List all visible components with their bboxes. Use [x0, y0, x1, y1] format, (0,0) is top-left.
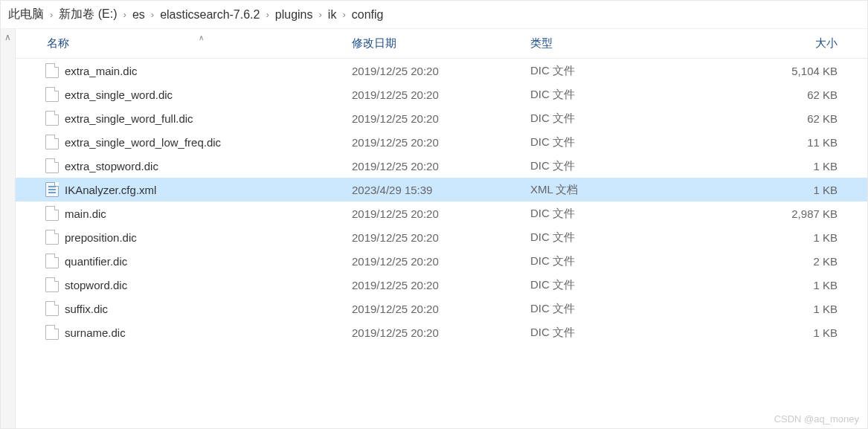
- file-type-cell: DIC 文件: [521, 273, 670, 297]
- file-type-cell: DIC 文件: [521, 201, 670, 225]
- file-name-cell[interactable]: surname.dic: [16, 320, 343, 344]
- file-name-cell[interactable]: extra_main.dic: [16, 59, 343, 83]
- file-name-cell[interactable]: main.dic: [16, 201, 343, 225]
- table-row[interactable]: quantifier.dic2019/12/25 20:20DIC 文件2 KB: [16, 249, 867, 273]
- file-name-cell[interactable]: extra_stopword.dic: [16, 154, 343, 178]
- column-header-type[interactable]: 类型: [521, 29, 670, 59]
- file-name-label: preposition.dic: [65, 231, 137, 244]
- table-row[interactable]: suffix.dic2019/12/25 20:20DIC 文件1 KB: [16, 297, 867, 320]
- table-header-row: 名称 ∧ 修改日期 类型 大小: [16, 29, 867, 59]
- file-date-cell: 2019/12/25 20:20: [343, 83, 521, 106]
- chevron-right-icon[interactable]: ›: [266, 9, 269, 20]
- file-date-cell: 2019/12/25 20:20: [343, 106, 521, 130]
- file-icon: [45, 63, 59, 78]
- chevron-right-icon[interactable]: ›: [151, 9, 154, 20]
- file-icon: [45, 135, 59, 149]
- file-name-label: stopword.dic: [65, 279, 127, 291]
- file-date-cell: 2019/12/25 20:20: [343, 273, 521, 297]
- file-name-cell[interactable]: suffix.dic: [16, 297, 343, 320]
- breadcrumb-item[interactable]: 新加卷 (E:): [59, 7, 117, 22]
- file-name-label: IKAnalyzer.cfg.xml: [65, 184, 156, 196]
- file-name-cell[interactable]: preposition.dic: [16, 225, 343, 249]
- file-size-cell: 1 KB: [670, 320, 867, 344]
- file-date-cell: 2019/12/25 20:20: [343, 249, 521, 273]
- file-icon: [45, 111, 59, 126]
- column-header-date[interactable]: 修改日期: [343, 29, 521, 59]
- file-icon: [45, 301, 59, 316]
- file-name-label: extra_single_word_low_freq.dic: [65, 136, 221, 149]
- breadcrumb-item[interactable]: config: [352, 8, 384, 22]
- column-label: 大小: [815, 36, 838, 49]
- file-name-label: extra_stopword.dic: [65, 160, 158, 172]
- file-name-cell[interactable]: stopword.dic: [16, 273, 343, 297]
- column-label: 类型: [530, 36, 553, 49]
- breadcrumb[interactable]: 此电脑›新加卷 (E:)›es›elasticsearch-7.6.2›plug…: [1, 1, 867, 29]
- file-date-cell: 2019/12/25 20:20: [343, 130, 521, 154]
- table-row[interactable]: extra_main.dic2019/12/25 20:20DIC 文件5,10…: [16, 59, 867, 83]
- table-row[interactable]: extra_stopword.dic2019/12/25 20:20DIC 文件…: [16, 154, 867, 178]
- file-icon: [45, 230, 59, 245]
- table-row[interactable]: extra_single_word_full.dic2019/12/25 20:…: [16, 106, 867, 130]
- table-row[interactable]: extra_single_word.dic2019/12/25 20:20DIC…: [16, 83, 867, 106]
- file-date-cell: 2019/12/25 20:20: [343, 59, 521, 83]
- file-name-cell[interactable]: extra_single_word.dic: [16, 83, 343, 106]
- file-name-label: suffix.dic: [65, 303, 108, 315]
- file-size-cell: 5,104 KB: [670, 59, 867, 83]
- table-row[interactable]: IKAnalyzer.cfg.xml2023/4/29 15:39XML 文档1…: [16, 178, 867, 201]
- table-row[interactable]: extra_single_word_low_freq.dic2019/12/25…: [16, 130, 867, 154]
- sort-indicator-icon: ∧: [199, 33, 204, 42]
- file-type-cell: XML 文档: [521, 178, 670, 201]
- file-type-cell: DIC 文件: [521, 320, 670, 344]
- breadcrumb-item[interactable]: 此电脑: [8, 7, 44, 22]
- file-date-cell: 2023/4/29 15:39: [343, 178, 521, 201]
- left-gutter: ∧: [1, 29, 16, 428]
- file-size-cell: 1 KB: [670, 154, 867, 178]
- file-name-cell[interactable]: extra_single_word_low_freq.dic: [16, 130, 343, 154]
- file-icon: [45, 87, 59, 102]
- xml-file-icon: [45, 182, 59, 197]
- file-icon: [45, 254, 59, 268]
- file-name-cell[interactable]: quantifier.dic: [16, 249, 343, 273]
- table-row[interactable]: main.dic2019/12/25 20:20DIC 文件2,987 KB: [16, 201, 867, 225]
- file-name-label: extra_main.dic: [65, 65, 138, 77]
- breadcrumb-item[interactable]: elasticsearch-7.6.2: [160, 8, 260, 22]
- column-header-name[interactable]: 名称 ∧: [16, 29, 343, 59]
- file-date-cell: 2019/12/25 20:20: [343, 320, 521, 344]
- file-size-cell: 1 KB: [670, 225, 867, 249]
- chevron-right-icon[interactable]: ›: [319, 9, 322, 20]
- column-label: 修改日期: [352, 36, 396, 49]
- table-row[interactable]: preposition.dic2019/12/25 20:20DIC 文件1 K…: [16, 225, 867, 249]
- chevron-right-icon[interactable]: ›: [123, 9, 126, 20]
- file-size-cell: 62 KB: [670, 106, 867, 130]
- file-type-cell: DIC 文件: [521, 225, 670, 249]
- file-name-label: surname.dic: [65, 326, 126, 339]
- scroll-up-icon[interactable]: ∧: [4, 32, 11, 42]
- file-size-cell: 1 KB: [670, 273, 867, 297]
- file-type-cell: DIC 文件: [521, 83, 670, 106]
- table-row[interactable]: stopword.dic2019/12/25 20:20DIC 文件1 KB: [16, 273, 867, 297]
- file-size-cell: 2 KB: [670, 249, 867, 273]
- file-name-cell[interactable]: extra_single_word_full.dic: [16, 106, 343, 130]
- explorer-window: 此电脑›新加卷 (E:)›es›elasticsearch-7.6.2›plug…: [0, 0, 868, 429]
- breadcrumb-item[interactable]: es: [132, 8, 145, 22]
- file-name-cell[interactable]: IKAnalyzer.cfg.xml: [16, 178, 343, 201]
- table-row[interactable]: surname.dic2019/12/25 20:20DIC 文件1 KB: [16, 320, 867, 344]
- file-date-cell: 2019/12/25 20:20: [343, 297, 521, 320]
- file-size-cell: 2,987 KB: [670, 201, 867, 225]
- file-icon: [45, 158, 59, 173]
- file-table: 名称 ∧ 修改日期 类型 大小 extra_mai: [16, 29, 867, 344]
- breadcrumb-item[interactable]: ik: [328, 8, 337, 22]
- chevron-right-icon[interactable]: ›: [50, 9, 53, 20]
- file-type-cell: DIC 文件: [521, 249, 670, 273]
- file-icon: [45, 325, 59, 340]
- file-name-label: quantifier.dic: [65, 255, 127, 268]
- chevron-right-icon[interactable]: ›: [342, 9, 345, 20]
- file-type-cell: DIC 文件: [521, 106, 670, 130]
- file-icon: [45, 206, 59, 221]
- column-header-size[interactable]: 大小: [670, 29, 867, 59]
- file-type-cell: DIC 文件: [521, 154, 670, 178]
- file-size-cell: 1 KB: [670, 297, 867, 320]
- file-type-cell: DIC 文件: [521, 59, 670, 83]
- file-type-cell: DIC 文件: [521, 130, 670, 154]
- breadcrumb-item[interactable]: plugins: [275, 8, 313, 22]
